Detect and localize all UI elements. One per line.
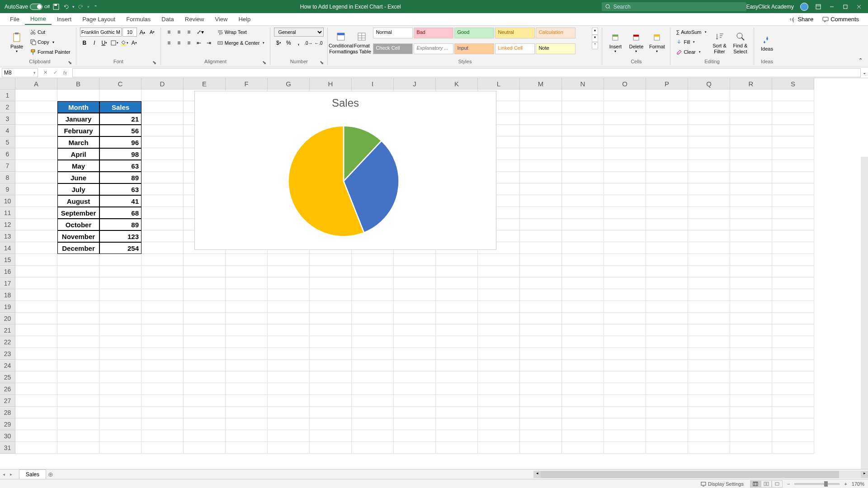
- cell[interactable]: [142, 219, 184, 230]
- cell[interactable]: [646, 348, 688, 360]
- cell[interactable]: [604, 125, 646, 136]
- cell[interactable]: [268, 360, 310, 371]
- cell[interactable]: [99, 277, 142, 289]
- cell[interactable]: [478, 313, 520, 324]
- align-right-icon[interactable]: ≡: [184, 38, 193, 47]
- cell[interactable]: [772, 207, 814, 219]
- cell[interactable]: [520, 371, 562, 383]
- cell[interactable]: [268, 348, 310, 360]
- cell[interactable]: [268, 301, 310, 313]
- cell[interactable]: [436, 418, 478, 430]
- cell[interactable]: [604, 348, 646, 360]
- cell[interactable]: [310, 348, 352, 360]
- cell[interactable]: [394, 442, 436, 454]
- cell[interactable]: [142, 89, 184, 101]
- cell[interactable]: [604, 101, 646, 113]
- cell[interactable]: [478, 383, 520, 395]
- cell[interactable]: [15, 113, 57, 125]
- cell[interactable]: [562, 277, 604, 289]
- cell[interactable]: [688, 136, 730, 148]
- cell[interactable]: [646, 172, 688, 183]
- cell[interactable]: [184, 371, 226, 383]
- row-header[interactable]: 26: [0, 383, 15, 395]
- gallery-up-icon[interactable]: ▴: [592, 28, 598, 35]
- cell[interactable]: [730, 407, 772, 418]
- cell[interactable]: [15, 183, 57, 195]
- cell[interactable]: [57, 360, 99, 371]
- cell[interactable]: [688, 113, 730, 125]
- wrap-text-button[interactable]: Wrap Text: [215, 28, 267, 37]
- redo-dropdown-icon[interactable]: ▾: [87, 5, 90, 9]
- col-header[interactable]: I: [352, 78, 394, 89]
- underline-button[interactable]: U▾: [100, 38, 109, 47]
- cell[interactable]: April: [57, 148, 99, 160]
- cell[interactable]: [646, 125, 688, 136]
- cell[interactable]: [352, 301, 394, 313]
- cell[interactable]: [646, 418, 688, 430]
- cell[interactable]: [142, 125, 184, 136]
- tab-insert[interactable]: Insert: [52, 14, 77, 24]
- cell[interactable]: [226, 254, 268, 266]
- increase-font-icon[interactable]: A▴: [138, 28, 147, 37]
- cell[interactable]: February: [57, 125, 99, 136]
- cell[interactable]: [142, 442, 184, 454]
- row-header[interactable]: 17: [0, 277, 15, 289]
- cell[interactable]: [604, 207, 646, 219]
- cell[interactable]: [772, 113, 814, 125]
- style-check-cell[interactable]: Check Cell: [373, 43, 413, 54]
- cell[interactable]: [310, 430, 352, 442]
- tab-formulas[interactable]: Formulas: [121, 14, 156, 24]
- cell[interactable]: [688, 301, 730, 313]
- cell[interactable]: [15, 348, 57, 360]
- cell[interactable]: [730, 383, 772, 395]
- cell[interactable]: [142, 136, 184, 148]
- cell[interactable]: [604, 89, 646, 101]
- cell[interactable]: [268, 418, 310, 430]
- cell[interactable]: [394, 430, 436, 442]
- cell[interactable]: [772, 289, 814, 301]
- col-header[interactable]: H: [310, 78, 352, 89]
- cell[interactable]: [772, 242, 814, 254]
- row-header[interactable]: 7: [0, 160, 15, 172]
- cell[interactable]: [226, 395, 268, 407]
- cell[interactable]: [394, 348, 436, 360]
- cell[interactable]: [478, 407, 520, 418]
- cell[interactable]: [520, 172, 562, 183]
- cell[interactable]: [310, 360, 352, 371]
- cell[interactable]: [99, 371, 142, 383]
- cell[interactable]: [730, 266, 772, 277]
- hscroll-right-icon[interactable]: ▸: [861, 471, 868, 478]
- cell[interactable]: [184, 336, 226, 348]
- cell[interactable]: [268, 383, 310, 395]
- cell[interactable]: [730, 348, 772, 360]
- cell[interactable]: [268, 324, 310, 336]
- cell[interactable]: [352, 277, 394, 289]
- cell[interactable]: [604, 360, 646, 371]
- sheet-nav-prev-icon[interactable]: ◂: [3, 472, 9, 477]
- cell[interactable]: [15, 289, 57, 301]
- cell[interactable]: [184, 360, 226, 371]
- cell[interactable]: [15, 207, 57, 219]
- cell[interactable]: [646, 160, 688, 172]
- cell[interactable]: [772, 395, 814, 407]
- page-break-view-icon[interactable]: [772, 480, 783, 488]
- cell[interactable]: [226, 336, 268, 348]
- row-header[interactable]: 12: [0, 219, 15, 230]
- cell[interactable]: [57, 301, 99, 313]
- cell[interactable]: [562, 289, 604, 301]
- cell[interactable]: [142, 207, 184, 219]
- cell[interactable]: March: [57, 136, 99, 148]
- cell[interactable]: [688, 160, 730, 172]
- border-button[interactable]: ▾: [110, 38, 119, 47]
- name-box[interactable]: M8▾: [2, 68, 38, 77]
- cell[interactable]: [646, 230, 688, 242]
- style-normal[interactable]: Normal: [373, 28, 413, 38]
- cell[interactable]: [352, 371, 394, 383]
- cell[interactable]: [15, 219, 57, 230]
- format-as-table-button[interactable]: Format as Table: [352, 28, 371, 58]
- align-left-icon[interactable]: ≡: [165, 38, 174, 47]
- cell[interactable]: September: [57, 207, 99, 219]
- cell[interactable]: [226, 430, 268, 442]
- cell[interactable]: [604, 183, 646, 195]
- cell[interactable]: [646, 442, 688, 454]
